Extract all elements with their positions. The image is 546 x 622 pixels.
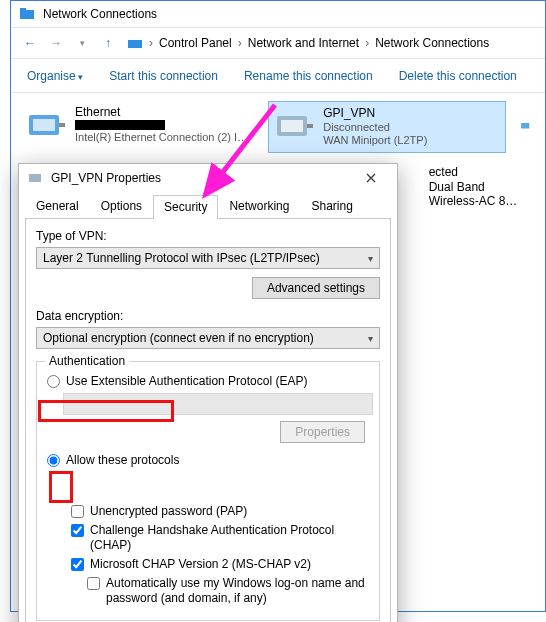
vpn-icon (273, 106, 315, 148)
svg-rect-0 (20, 10, 34, 19)
dialog-title: GPI_VPN Properties (51, 171, 161, 185)
checkbox-chap-label: Challenge Handshake Authentication Proto… (90, 523, 369, 553)
svg-rect-5 (59, 123, 65, 127)
radio-allow-label: Allow these protocols (66, 453, 179, 468)
radio-eap-input[interactable] (47, 375, 60, 388)
chevron-down-icon: ▾ (368, 333, 373, 344)
delete-connection-link[interactable]: Delete this connection (399, 69, 517, 83)
crumb-sep-icon: › (149, 36, 153, 50)
command-bar: Organise Start this connection Rename th… (11, 59, 545, 93)
breadcrumb-1[interactable]: Control Panel (159, 36, 232, 50)
svg-rect-10 (29, 174, 41, 182)
checkbox-mschap[interactable]: Microsoft CHAP Version 2 (MS-CHAP v2) (71, 557, 369, 572)
svg-rect-2 (128, 40, 142, 48)
organise-menu[interactable]: Organise (27, 69, 83, 83)
crumb-sep-icon: › (365, 36, 369, 50)
tab-strip: General Options Security Networking Shar… (19, 194, 397, 218)
checkbox-mschap-input[interactable] (71, 558, 84, 571)
dialog-titlebar: GPI_VPN Properties (19, 164, 397, 192)
checkbox-chap[interactable]: Challenge Handshake Authentication Proto… (71, 523, 369, 553)
breadcrumb-2[interactable]: Network and Internet (248, 36, 359, 50)
checkbox-winlogon-label: Automatically use my Windows log-on name… (106, 576, 366, 606)
network-folder-icon (19, 6, 35, 22)
connection-adapter: Dual Band Wireless-AC 8… (429, 180, 531, 208)
connection-adapter: WAN Miniport (L2TP) (323, 134, 427, 146)
address-bar[interactable]: › Control Panel › Network and Internet ›… (123, 35, 537, 51)
authentication-legend: Authentication (45, 354, 129, 368)
connection-adapter: Intel(R) Ethernet Connection (2) I… (75, 131, 248, 143)
tab-general[interactable]: General (25, 194, 90, 218)
advanced-settings-button[interactable]: Advanced settings (252, 277, 380, 299)
breadcrumb-3[interactable]: Network Connections (375, 36, 489, 50)
connection-partial[interactable] (516, 101, 535, 153)
window-title: Network Connections (43, 7, 157, 21)
address-icon (127, 35, 143, 51)
nav-back-button[interactable]: ← (19, 32, 41, 54)
security-tab-panel: Type of VPN: Layer 2 Tunnelling Protocol… (25, 218, 391, 622)
crumb-sep-icon: › (238, 36, 242, 50)
svg-rect-1 (20, 8, 26, 11)
checkbox-winlogon[interactable]: Automatically use my Windows log-on name… (87, 576, 369, 606)
dialog-icon (27, 170, 43, 186)
encryption-label: Data encryption: (36, 309, 380, 323)
vpn-properties-dialog: GPI_VPN Properties General Options Secur… (18, 163, 398, 622)
rename-connection-link[interactable]: Rename this connection (244, 69, 373, 83)
connection-status: Disconnected (323, 121, 427, 133)
nav-row: ← → ▾ ↑ › Control Panel › Network and In… (11, 27, 545, 59)
svg-rect-7 (281, 120, 303, 132)
encryption-select[interactable]: Optional encryption (connect even if no … (36, 327, 380, 349)
checkbox-pap[interactable]: Unencrypted password (PAP) (71, 504, 369, 519)
tab-networking[interactable]: Networking (218, 194, 300, 218)
close-icon (366, 173, 376, 183)
eap-method-select (63, 393, 373, 415)
checkbox-mschap-label: Microsoft CHAP Version 2 (MS-CHAP v2) (90, 557, 311, 572)
redacted-text (75, 120, 165, 130)
nav-forward-button[interactable]: → (45, 32, 67, 54)
checkbox-pap-input[interactable] (71, 505, 84, 518)
radio-allow-protocols[interactable]: Allow these protocols (47, 453, 369, 468)
connection-name: Ethernet (75, 105, 248, 119)
connection-ethernet[interactable]: Ethernet Intel(R) Ethernet Connection (2… (21, 101, 258, 153)
tab-security[interactable]: Security (153, 195, 218, 219)
checkbox-winlogon-input[interactable] (87, 577, 100, 590)
radio-eap-label: Use Extensible Authentication Protocol (… (66, 374, 307, 389)
radio-allow-input[interactable] (47, 454, 60, 467)
nav-history-button[interactable]: ▾ (71, 32, 93, 54)
svg-rect-4 (33, 119, 55, 131)
window-titlebar: Network Connections (11, 1, 545, 27)
encryption-value: Optional encryption (connect even if no … (43, 331, 314, 345)
svg-rect-9 (521, 123, 529, 128)
checkbox-pap-label: Unencrypted password (PAP) (90, 504, 247, 519)
svg-rect-8 (307, 124, 313, 128)
ethernet-icon (25, 105, 67, 147)
vpn-type-select[interactable]: Layer 2 Tunnelling Protocol with IPsec (… (36, 247, 380, 269)
vpn-type-label: Type of VPN: (36, 229, 380, 243)
radio-eap[interactable]: Use Extensible Authentication Protocol (… (47, 374, 369, 389)
tab-options[interactable]: Options (90, 194, 153, 218)
start-connection-link[interactable]: Start this connection (109, 69, 218, 83)
eap-properties-button: Properties (280, 421, 365, 443)
chevron-down-icon: ▾ (368, 253, 373, 264)
nic-icon (520, 105, 531, 147)
connection-wifi-partial[interactable]: ected Dual Band Wireless-AC 8… (384, 161, 535, 212)
vpn-type-value: Layer 2 Tunnelling Protocol with IPsec (… (43, 251, 320, 265)
tab-sharing[interactable]: Sharing (300, 194, 363, 218)
authentication-group: Authentication Use Extensible Authentica… (36, 361, 380, 621)
nav-up-button[interactable]: ↑ (97, 32, 119, 54)
connection-row-1: Ethernet Intel(R) Ethernet Connection (2… (11, 93, 545, 161)
connection-status: ected (429, 165, 531, 179)
checkbox-chap-input[interactable] (71, 524, 84, 537)
close-button[interactable] (353, 167, 389, 189)
connection-name: GPI_VPN (323, 106, 427, 120)
connection-gpi-vpn[interactable]: GPI_VPN Disconnected WAN Miniport (L2TP) (268, 101, 505, 153)
